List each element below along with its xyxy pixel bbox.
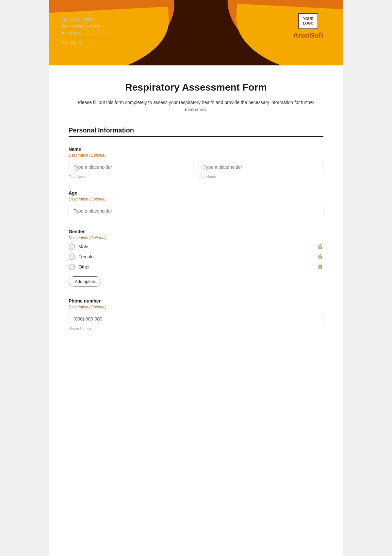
phone-input[interactable] [69, 313, 323, 325]
field-age: Age Description (Optional) [69, 190, 323, 217]
form-title: Respiratory Assessment Form [69, 82, 323, 93]
header-logo-area: YOURLOGO ArcoSoft [293, 13, 323, 40]
delete-female-icon[interactable]: 🗑 [318, 253, 323, 260]
page: Orlando, FL 32801 inquire@arcosoft.mail … [49, 0, 343, 556]
gender-option-male: Male 🗑 [69, 243, 323, 250]
header: Orlando, FL 32801 inquire@arcosoft.mail … [49, 0, 343, 65]
delete-male-icon[interactable]: 🗑 [318, 243, 323, 250]
gender-option-other: Other 🗑 [69, 264, 323, 270]
phone-description: Description (Optional) [69, 305, 323, 309]
first-name-input[interactable] [69, 161, 193, 173]
add-option-label: Add option [75, 279, 95, 284]
section-title-personal: Personal Information [69, 127, 323, 137]
age-input[interactable] [69, 205, 323, 217]
contact-line1: Orlando, FL 32801 [62, 16, 114, 23]
first-name-wrapper: First Name [69, 161, 193, 179]
last-name-wrapper: Last Name [199, 161, 323, 179]
phone-sublabel: Phone Number [69, 326, 93, 330]
radio-male-label: Male [78, 244, 88, 249]
form-content: Respiratory Assessment Form Please fill … [49, 65, 343, 362]
radio-other[interactable] [69, 264, 75, 270]
contact-line4: 222 555 777 [62, 39, 114, 46]
brand-name: ArcoSoft [293, 31, 323, 40]
radio-female[interactable] [69, 253, 75, 260]
radio-other-label: Other [78, 264, 90, 269]
field-name: Name Description (Optional) First Name L… [69, 147, 323, 179]
age-description: Description (Optional) [69, 197, 323, 201]
gender-description: Description (Optional) [69, 235, 323, 240]
name-description: Description (Optional) [69, 153, 323, 158]
radio-female-label: Female [78, 254, 94, 259]
header-decoration-gold2 [234, 4, 343, 65]
first-name-sublabel: First Name [69, 175, 193, 179]
add-option-button[interactable]: Add option [69, 276, 101, 287]
last-name-input[interactable] [199, 161, 323, 173]
delete-other-icon[interactable]: 🗑 [318, 264, 323, 270]
name-input-row: First Name Last Name [69, 161, 323, 179]
contact-line2: inquire@arcosoft.mail [62, 23, 114, 29]
gender-option-female: Female 🗑 [69, 253, 323, 260]
form-description: Please fill out this form completely to … [69, 99, 323, 113]
age-label: Age [69, 190, 323, 196]
field-phone: Phone number Description (Optional) Phon… [69, 298, 323, 331]
logo-box: YOURLOGO [298, 13, 318, 29]
contact-line3: template.net [62, 30, 114, 36]
gender-label: Gender [69, 229, 323, 234]
name-label: Name [69, 147, 323, 152]
phone-label: Phone number [69, 298, 323, 304]
last-name-sublabel: Last Name [199, 175, 323, 179]
header-contact: Orlando, FL 32801 inquire@arcosoft.mail … [62, 16, 114, 46]
radio-male[interactable] [69, 243, 75, 250]
field-gender: Gender Description (Optional) Male 🗑 Fem… [69, 229, 323, 287]
